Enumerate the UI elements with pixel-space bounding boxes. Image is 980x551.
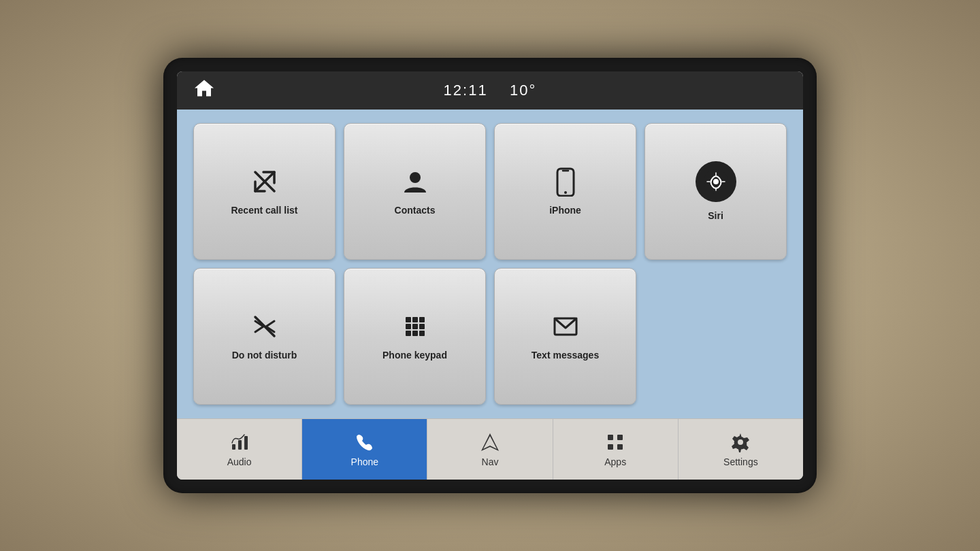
settings-label: Settings bbox=[723, 456, 758, 467]
svg-rect-15 bbox=[412, 331, 418, 336]
svg-rect-22 bbox=[617, 435, 623, 440]
home-button[interactable] bbox=[193, 78, 215, 104]
svg-point-6 bbox=[713, 179, 719, 184]
nav-bar: Audio Phone Nav bbox=[177, 418, 803, 480]
siri-button[interactable]: Siri bbox=[644, 123, 787, 260]
svg-rect-12 bbox=[412, 324, 418, 329]
phone-nav-icon bbox=[355, 432, 375, 452]
apps-icon bbox=[605, 432, 625, 452]
screen-bezel: 12:11 10° Recent call list bbox=[163, 58, 817, 493]
nav-audio[interactable]: Audio bbox=[177, 419, 302, 480]
text-messages-button[interactable]: Text messages bbox=[494, 268, 636, 405]
svg-rect-10 bbox=[419, 317, 425, 322]
top-bar: 12:11 10° bbox=[177, 71, 803, 110]
text-messages-label: Text messages bbox=[532, 350, 599, 361]
svg-rect-23 bbox=[608, 444, 613, 450]
svg-rect-24 bbox=[617, 444, 623, 450]
nav-phone[interactable]: Phone bbox=[302, 419, 427, 480]
infotainment-screen: 12:11 10° Recent call list bbox=[177, 71, 803, 480]
phone-keypad-label: Phone keypad bbox=[382, 350, 447, 361]
nav-navigation[interactable]: Nav bbox=[427, 419, 553, 480]
siri-icon bbox=[696, 161, 736, 202]
svg-rect-8 bbox=[406, 317, 411, 322]
main-grid: Recent call list Contacts iPhone bbox=[177, 110, 803, 418]
do-not-disturb-button[interactable]: Do not disturb bbox=[193, 268, 336, 405]
audio-label: Audio bbox=[227, 456, 252, 467]
music-icon bbox=[229, 432, 250, 452]
contacts-button[interactable]: Contacts bbox=[344, 123, 486, 260]
do-not-disturb-label: Do not disturb bbox=[232, 350, 297, 361]
svg-point-3 bbox=[564, 191, 567, 194]
contacts-icon bbox=[400, 167, 430, 197]
svg-rect-11 bbox=[406, 324, 411, 329]
messages-icon bbox=[551, 312, 581, 341]
do-not-disturb-icon bbox=[250, 312, 280, 341]
svg-rect-14 bbox=[406, 331, 411, 336]
clock: 12:11 bbox=[444, 82, 488, 99]
svg-rect-20 bbox=[244, 436, 248, 450]
nav-settings[interactable]: Settings bbox=[679, 419, 803, 480]
apps-label: Apps bbox=[604, 456, 626, 467]
svg-point-26 bbox=[738, 439, 743, 445]
svg-rect-13 bbox=[419, 324, 425, 329]
empty-slot bbox=[644, 268, 787, 405]
svg-line-7 bbox=[255, 317, 274, 336]
svg-point-2 bbox=[410, 172, 421, 183]
iphone-label: iPhone bbox=[549, 205, 581, 216]
nav-apps[interactable]: Apps bbox=[553, 419, 679, 480]
svg-rect-16 bbox=[419, 331, 425, 336]
nav-label: Nav bbox=[482, 456, 499, 467]
keypad-icon bbox=[400, 312, 430, 341]
recent-call-list-button[interactable]: Recent call list bbox=[193, 123, 336, 260]
svg-rect-9 bbox=[412, 317, 418, 322]
phone-label: Phone bbox=[351, 456, 378, 467]
svg-rect-18 bbox=[232, 444, 235, 450]
time-temperature-display: 12:11 10° bbox=[444, 82, 537, 99]
siri-label: Siri bbox=[708, 210, 723, 222]
contacts-label: Contacts bbox=[395, 205, 436, 216]
recent-call-list-label: Recent call list bbox=[231, 205, 297, 216]
nav-icon bbox=[480, 432, 500, 452]
temperature: 10° bbox=[510, 82, 536, 99]
recent-calls-icon bbox=[250, 167, 280, 197]
phone-keypad-button[interactable]: Phone keypad bbox=[344, 268, 486, 405]
iphone-icon bbox=[551, 167, 581, 197]
iphone-button[interactable]: iPhone bbox=[494, 123, 636, 260]
svg-rect-21 bbox=[608, 435, 613, 440]
settings-icon bbox=[730, 432, 751, 452]
svg-rect-19 bbox=[238, 440, 242, 450]
